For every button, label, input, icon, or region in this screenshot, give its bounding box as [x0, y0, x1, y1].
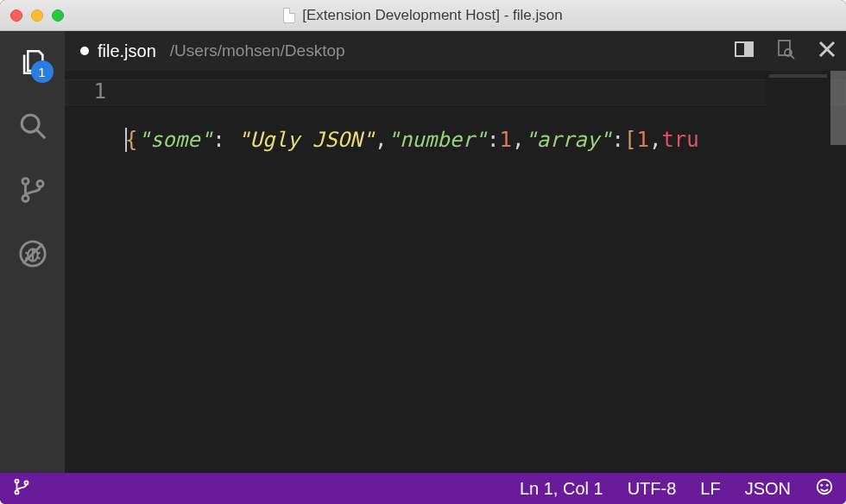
git-icon: [12, 477, 31, 496]
tab-filepath: /Users/mohsen/Desktop: [170, 41, 345, 60]
code-line-1[interactable]: {"some": "Ugly JSON","number":1,"array":…: [125, 128, 846, 152]
status-cursor-position[interactable]: Ln 1, Col 1: [520, 479, 603, 499]
debug-button[interactable]: [17, 238, 48, 269]
split-editor-icon: [734, 39, 754, 60]
editor-area: file.json /Users/mohsen/Desktop: [65, 31, 846, 473]
tab-file-json[interactable]: file.json /Users/mohsen/Desktop: [80, 41, 345, 61]
close-icon: [817, 39, 837, 60]
minimap-content: [769, 74, 827, 78]
split-editor-button[interactable]: [734, 39, 754, 63]
gutter: 1: [65, 71, 125, 473]
find-file-icon: [775, 39, 796, 60]
explorer-badge: 1: [31, 60, 54, 83]
more-actions-button[interactable]: [775, 39, 796, 63]
status-bar: Ln 1, Col 1 UTF-8 LF JSON: [0, 473, 846, 504]
svg-line-1: [36, 129, 45, 138]
body: 1: [0, 31, 846, 473]
tab-filename: file.json: [98, 41, 156, 61]
maximize-window-button[interactable]: [52, 9, 64, 22]
source-control-button[interactable]: [17, 174, 48, 205]
status-encoding[interactable]: UTF-8: [628, 479, 677, 499]
tab-bar: file.json /Users/mohsen/Desktop: [65, 31, 846, 71]
code-editor[interactable]: 1 {"some": "Ugly JSON","number":1,"array…: [65, 71, 846, 473]
minimize-window-button[interactable]: [31, 9, 43, 22]
no-bug-icon: [18, 239, 47, 268]
svg-line-11: [37, 257, 40, 258]
svg-point-0: [22, 115, 39, 132]
window: [Extension Development Host] - file.json…: [0, 0, 846, 504]
svg-line-9: [37, 253, 40, 254]
scrollbar-thumb[interactable]: [830, 71, 846, 145]
svg-point-2: [22, 179, 28, 185]
git-branch-icon: [18, 175, 47, 205]
explorer-button[interactable]: 1: [17, 47, 48, 78]
minimap[interactable]: [766, 71, 830, 473]
search-icon: [18, 111, 47, 141]
svg-point-3: [22, 195, 28, 201]
document-icon: [283, 8, 295, 23]
svg-point-4: [36, 180, 42, 186]
vertical-scrollbar[interactable]: [830, 71, 846, 473]
svg-line-17: [791, 55, 794, 59]
svg-rect-14: [744, 42, 753, 56]
close-editor-button[interactable]: [817, 39, 837, 63]
dirty-indicator-icon: [80, 47, 89, 55]
svg-point-25: [826, 483, 829, 486]
window-title: [Extension Development Host] - file.json: [302, 7, 562, 24]
status-git-button[interactable]: [12, 477, 31, 501]
status-eol[interactable]: LF: [700, 479, 720, 499]
svg-point-20: [15, 479, 18, 482]
status-language-mode[interactable]: JSON: [745, 479, 791, 499]
traffic-lights: [10, 9, 64, 22]
titlebar: [Extension Development Host] - file.json: [0, 0, 846, 31]
svg-line-8: [25, 253, 28, 254]
smiley-icon: [815, 477, 834, 496]
svg-point-24: [820, 483, 823, 486]
status-feedback-button[interactable]: [815, 477, 834, 501]
code-content[interactable]: {"some": "Ugly JSON","number":1,"array":…: [125, 71, 846, 473]
editor-actions: [734, 39, 837, 63]
svg-point-21: [15, 490, 18, 494]
svg-point-22: [24, 481, 28, 484]
title-center: [Extension Development Host] - file.json: [0, 7, 846, 24]
activity-bar: 1: [0, 31, 65, 473]
close-window-button[interactable]: [10, 9, 22, 22]
search-button[interactable]: [17, 110, 48, 142]
